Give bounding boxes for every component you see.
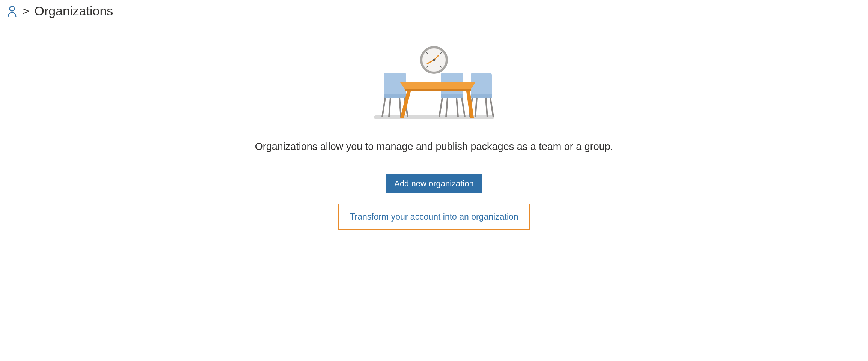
organizations-description: Organizations allow you to manage and pu… (255, 141, 613, 153)
svg-point-13 (433, 59, 435, 61)
svg-point-0 (10, 6, 15, 11)
svg-line-28 (486, 98, 487, 117)
svg-line-15 (382, 98, 385, 117)
svg-marker-29 (400, 82, 475, 89)
svg-rect-19 (441, 94, 463, 98)
svg-rect-14 (384, 94, 406, 98)
meeting-room-illustration (374, 45, 494, 120)
svg-line-18 (399, 98, 401, 117)
main-content: Organizations allow you to manage and pu… (0, 25, 868, 230)
transform-account-button[interactable]: Transform your account into an organizat… (338, 204, 529, 230)
svg-line-22 (446, 98, 448, 117)
page-title: Organizations (35, 4, 113, 18)
svg-line-20 (439, 98, 442, 117)
svg-rect-30 (405, 89, 471, 91)
user-icon[interactable] (7, 5, 17, 17)
add-new-organization-button[interactable]: Add new organization (386, 174, 482, 193)
svg-rect-24 (471, 94, 492, 98)
breadcrumb: > Organizations (0, 0, 868, 25)
svg-line-26 (490, 98, 493, 117)
svg-line-23 (457, 98, 458, 117)
breadcrumb-separator: > (23, 6, 29, 17)
svg-line-17 (389, 98, 390, 117)
svg-line-21 (462, 98, 465, 117)
svg-line-27 (475, 98, 477, 117)
